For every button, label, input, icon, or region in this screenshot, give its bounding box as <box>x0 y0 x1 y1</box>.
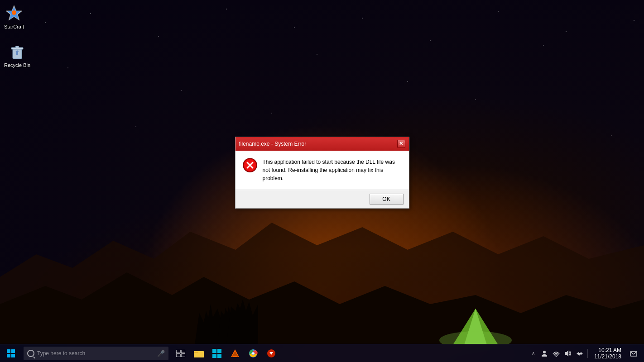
system-tray: ∧ <box>526 345 644 362</box>
svg-line-39 <box>630 352 634 354</box>
taskbar: Type here to search 🎤 <box>0 344 644 362</box>
svg-rect-12 <box>7 349 10 353</box>
chrome-button[interactable] <box>245 345 262 362</box>
dialog-content: This application failed to start because… <box>235 151 409 190</box>
dialog-close-button[interactable]: ✕ <box>397 140 405 148</box>
svg-rect-19 <box>181 354 185 357</box>
search-icon <box>27 350 34 357</box>
svg-point-36 <box>556 356 557 357</box>
store-button[interactable] <box>208 345 226 362</box>
error-dialog: filename.exe - System Error ✕ This appli… <box>235 137 409 209</box>
microphone-icon: 🎤 <box>157 350 165 357</box>
dialog-footer: OK <box>235 190 409 208</box>
svg-rect-26 <box>217 354 221 358</box>
svg-line-40 <box>634 352 637 354</box>
svg-rect-29 <box>233 356 237 357</box>
svg-rect-25 <box>212 354 216 358</box>
dialog-message: This application failed to start because… <box>263 158 402 182</box>
app6-button[interactable] <box>263 345 280 362</box>
dialog-title: filename.exe - System Error <box>239 141 307 147</box>
tray-person-icon[interactable] <box>539 345 549 362</box>
clock-time: 10:21 AM <box>598 347 621 353</box>
tray-divider <box>587 349 588 358</box>
svg-rect-17 <box>181 350 185 353</box>
svg-rect-13 <box>11 349 15 353</box>
svg-marker-37 <box>565 350 568 357</box>
desktop: StarCraft Recycle Bin filename.exe - Sys… <box>0 0 644 362</box>
error-icon <box>243 158 257 172</box>
svg-rect-15 <box>11 354 15 357</box>
notification-button[interactable] <box>627 345 640 362</box>
svg-rect-18 <box>176 354 180 357</box>
task-view-button[interactable] <box>172 345 189 362</box>
svg-rect-14 <box>7 354 10 357</box>
search-placeholder-text: Type here to search <box>37 350 85 357</box>
dialog-titlebar: filename.exe - System Error ✕ <box>235 137 409 151</box>
dialog-overlay: filename.exe - System Error ✕ This appli… <box>0 0 644 345</box>
tray-volume-icon[interactable] <box>563 345 573 362</box>
vlc-button[interactable] <box>226 345 244 362</box>
tray-cloud-icon[interactable] <box>575 345 585 362</box>
system-clock[interactable]: 10:21 AM 11/21/2018 <box>591 345 625 362</box>
start-button[interactable] <box>0 344 22 362</box>
svg-rect-22 <box>194 352 198 353</box>
svg-rect-24 <box>217 349 221 353</box>
tray-network-icon[interactable] <box>551 345 561 362</box>
svg-rect-16 <box>176 350 180 353</box>
file-explorer-button[interactable] <box>190 345 207 362</box>
dialog-ok-button[interactable]: OK <box>370 194 404 205</box>
taskbar-app-icons <box>170 345 282 362</box>
svg-point-33 <box>252 352 255 354</box>
search-bar[interactable]: Type here to search 🎤 <box>24 347 168 360</box>
svg-rect-23 <box>212 349 216 353</box>
tray-expand-button[interactable]: ∧ <box>529 345 538 362</box>
svg-point-35 <box>543 351 546 353</box>
clock-date: 11/21/2018 <box>594 353 621 360</box>
